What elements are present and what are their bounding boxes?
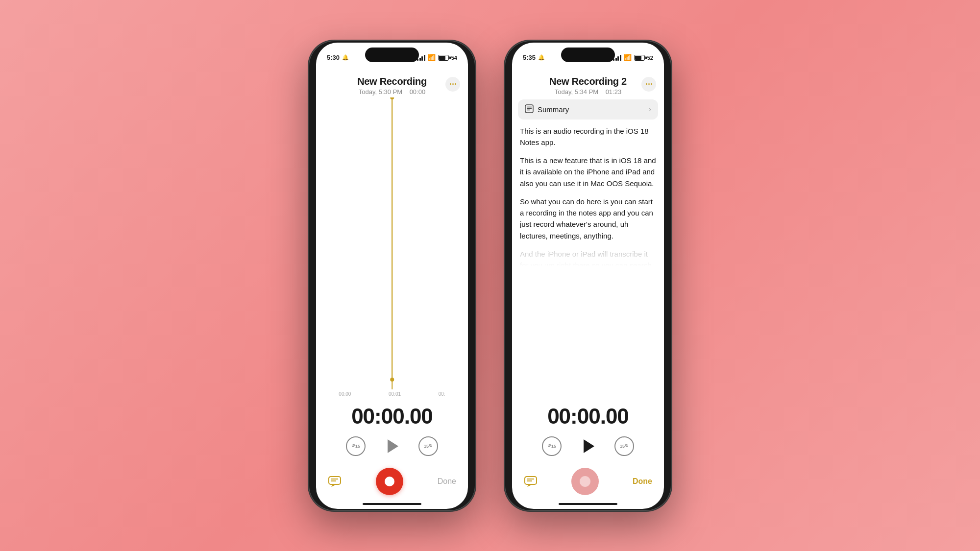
recording-subtitle-2: Today, 5:34 PM 01:23 — [520, 88, 656, 96]
skip-back-icon-1: ↺ — [351, 443, 355, 448]
transcript-icon-2 — [524, 475, 538, 488]
skip-forward-button-2[interactable]: 15 ↻ — [613, 435, 635, 457]
recording-title-2: New Recording 2 — [520, 76, 656, 87]
play-triangle-1 — [388, 439, 398, 453]
skip-forward-circle-1: 15 ↻ — [418, 436, 438, 456]
screen-1: 5:30 🔔 📶 54 New Recording — [316, 43, 468, 509]
transcript-button-1[interactable] — [326, 473, 343, 490]
screen-inner-1: New Recording Today, 5:30 PM 00:00 — [316, 67, 468, 503]
play-triangle-2 — [584, 439, 594, 453]
time-label-1: 5:30 — [327, 54, 340, 61]
play-button-2[interactable] — [576, 434, 600, 458]
svg-rect-8 — [525, 477, 537, 484]
skip-forward-icon-1: ↻ — [429, 443, 433, 448]
done-button-1[interactable]: Done — [436, 475, 458, 488]
home-indicator-2 — [559, 503, 617, 505]
transcript-para-1: This is an audio recording in the iOS 18… — [520, 125, 656, 148]
skip-back-button-2[interactable]: ↺ 15 — [541, 435, 563, 457]
summary-chevron: › — [649, 105, 651, 114]
phone-2: 5:35 🔔 📶 52 New Recording 2 — [505, 41, 671, 511]
time-axis-1: 00:00 00:01 00: — [320, 389, 464, 399]
waveform-canvas-1 — [320, 97, 464, 399]
recording-header-1: New Recording Today, 5:30 PM 00:00 — [316, 72, 468, 97]
recording-title-1: New Recording — [324, 76, 460, 87]
options-dots-1 — [450, 83, 456, 85]
options-dots-2 — [646, 83, 652, 85]
battery-icon-1 — [438, 55, 449, 61]
waveform-area-1: 00:00 00:01 00: — [320, 97, 464, 399]
recording-header-2: New Recording 2 Today, 5:34 PM 01:23 — [512, 72, 664, 97]
time-label-00-1: 00:00 — [339, 391, 351, 397]
summary-section[interactable]: Summary › — [518, 99, 658, 120]
time-label-01-1: 00:01 — [389, 391, 401, 397]
battery-fill-2 — [635, 56, 641, 60]
summary-icon — [525, 104, 534, 115]
transcript-para-3: So what you can do here is you can start… — [520, 196, 656, 241]
bell-icon-1: 🔔 — [342, 54, 349, 61]
skip-forward-circle-2: 15 ↻ — [614, 436, 634, 456]
options-button-1[interactable] — [445, 77, 460, 92]
transcript-area: This is an audio recording in the iOS 18… — [512, 123, 664, 399]
record-button-2[interactable] — [571, 468, 599, 495]
dynamic-island-1 — [365, 48, 419, 62]
screen-2: 5:35 🔔 📶 52 New Recording 2 — [512, 43, 664, 509]
phone-1: 5:30 🔔 📶 54 New Recording — [309, 41, 475, 511]
options-button-2[interactable] — [641, 77, 656, 92]
time-label-02-1: 00: — [439, 391, 445, 397]
bottom-bar-1: Done — [316, 464, 468, 503]
transcript-para-2: This is a new feature that is in iOS 18 … — [520, 155, 656, 189]
record-inner-1 — [385, 477, 394, 486]
record-inner-2 — [580, 476, 590, 487]
play-button-1[interactable] — [380, 434, 404, 458]
time-label-2: 5:35 — [523, 54, 536, 61]
battery-fill-1 — [439, 56, 446, 60]
status-time-1: 5:30 🔔 — [327, 54, 349, 61]
playback-controls-2: ↺ 15 15 ↻ — [512, 432, 664, 464]
summary-label: Summary — [538, 105, 569, 114]
status-icons-2: 📶 52 — [613, 54, 653, 61]
skip-back-button-1[interactable]: ↺ 15 — [345, 435, 367, 457]
screen-inner-2: New Recording 2 Today, 5:34 PM 01:23 — [512, 67, 664, 503]
bottom-bar-2: Done — [512, 464, 664, 503]
battery-label-2: 52 — [647, 55, 653, 61]
playback-controls-1: ↺ 15 15 ↻ — [316, 432, 468, 464]
skip-back-icon-2: ↺ — [547, 443, 551, 448]
skip-back-circle-1: ↺ 15 — [346, 436, 366, 456]
record-button-1[interactable] — [376, 468, 403, 495]
summary-svg-icon — [525, 104, 534, 113]
transcript-icon-1 — [328, 475, 342, 488]
timer-display-1: 00:00.00 — [316, 399, 468, 432]
bell-icon-2: 🔔 — [538, 54, 545, 61]
svg-rect-1 — [329, 477, 341, 484]
transcript-para-4: And the iPhone or iPad will transcribe i… — [520, 248, 656, 271]
skip-back-circle-2: ↺ 15 — [542, 436, 562, 456]
battery-label-1: 54 — [451, 55, 457, 61]
recording-subtitle-1: Today, 5:30 PM 00:00 — [324, 88, 460, 96]
skip-forward-icon-2: ↻ — [625, 443, 629, 448]
status-icons-1: 📶 54 — [417, 54, 457, 61]
status-time-2: 5:35 🔔 — [523, 54, 545, 61]
dynamic-island-2 — [561, 48, 615, 62]
home-indicator-1 — [363, 503, 421, 505]
transcript-button-2[interactable] — [522, 473, 539, 490]
summary-left: Summary — [525, 104, 569, 115]
timer-display-2: 00:00.00 — [512, 399, 664, 432]
done-button-2[interactable]: Done — [631, 475, 654, 488]
wifi-icon-1: 📶 — [428, 54, 436, 61]
skip-forward-button-1[interactable]: 15 ↻ — [417, 435, 439, 457]
battery-icon-2 — [634, 55, 645, 61]
waveform-svg-1 — [320, 97, 464, 389]
wifi-icon-2: 📶 — [624, 54, 632, 61]
